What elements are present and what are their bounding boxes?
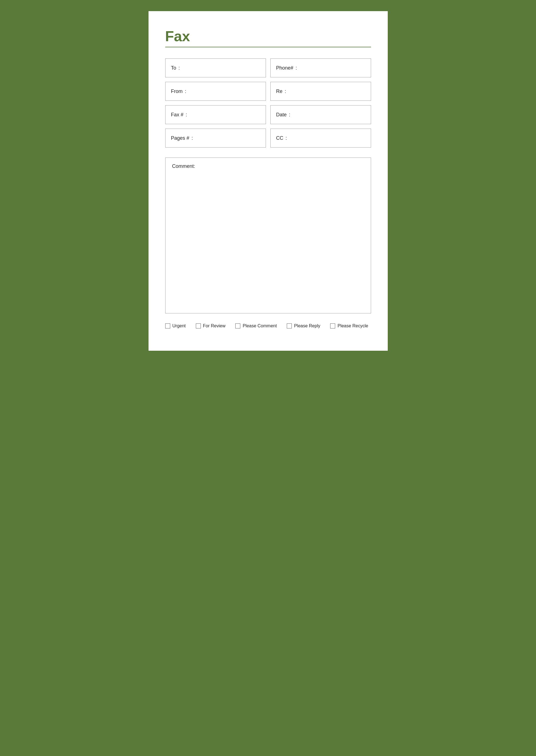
checkbox-for-review[interactable]: For Review (196, 323, 225, 328)
from-label: From (171, 89, 183, 94)
comment-label: Comment: (172, 163, 195, 169)
date-colon: : (289, 112, 290, 118)
re-label: Re (276, 89, 283, 94)
for-review-label: For Review (203, 323, 225, 328)
pages-field: Pages # : (165, 128, 266, 148)
re-field: Re : (270, 82, 371, 101)
fax-field: Fax # : (165, 105, 266, 124)
urgent-label: Urgent (173, 323, 186, 328)
checkbox-please-reply[interactable]: Please Reply (287, 323, 320, 328)
checkbox-please-recycle[interactable]: Please Recycle (330, 323, 368, 328)
from-field: From : (165, 82, 266, 101)
fax-page: Fax To : Phone# : From : Re : Fax # : Da… (149, 11, 388, 351)
phone-colon: : (296, 65, 297, 71)
date-field: Date : (270, 105, 371, 124)
date-label: Date (276, 112, 287, 118)
to-field: To : (165, 58, 266, 77)
page-title: Fax (165, 28, 371, 45)
re-colon: : (285, 89, 286, 94)
fax-colon: : (186, 112, 187, 118)
phone-label: Phone# (276, 65, 293, 71)
cc-label: CC (276, 135, 284, 141)
to-label: To (171, 65, 176, 71)
pages-label: Pages # (171, 135, 189, 141)
phone-field: Phone# : (270, 58, 371, 77)
please-reply-label: Please Reply (294, 323, 320, 328)
for-review-checkbox-box[interactable] (196, 323, 201, 328)
please-comment-checkbox-box[interactable] (235, 323, 240, 328)
from-colon: : (185, 89, 186, 94)
cc-colon: : (286, 135, 287, 141)
please-comment-label: Please Comment (243, 323, 277, 328)
checkboxes-row: Urgent For Review Please Comment Please … (165, 323, 371, 328)
urgent-checkbox-box[interactable] (165, 323, 170, 328)
checkbox-urgent[interactable]: Urgent (165, 323, 186, 328)
please-recycle-checkbox-box[interactable] (330, 323, 335, 328)
fax-label: Fax # (171, 112, 184, 118)
cc-field: CC : (270, 128, 371, 148)
to-colon: : (179, 65, 180, 71)
comment-box: Comment: (165, 158, 371, 313)
header-divider (165, 47, 371, 47)
please-recycle-label: Please Recycle (337, 323, 368, 328)
please-reply-checkbox-box[interactable] (287, 323, 292, 328)
pages-colon: : (192, 135, 193, 141)
fields-grid: To : Phone# : From : Re : Fax # : Date :… (165, 58, 371, 148)
checkbox-please-comment[interactable]: Please Comment (235, 323, 277, 328)
